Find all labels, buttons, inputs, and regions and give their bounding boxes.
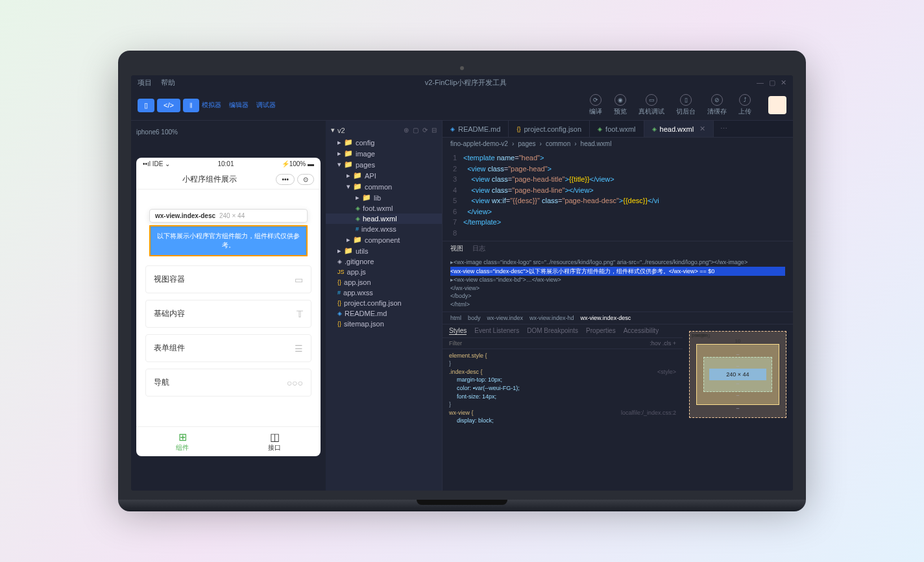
add-rule-icon[interactable]: + (673, 340, 676, 347)
styles-tab[interactable]: DOM Breakpoints (527, 327, 578, 335)
phone-preview: ••ıl IDE ⌄ 10:01 ⚡100% ▬ 小程序组件展示 ••• ⊙ w… (136, 158, 321, 456)
dom-breadcrumb[interactable]: htmlbodywx-view.indexwx-view.index-hdwx-… (443, 312, 793, 324)
tabs-more-icon[interactable]: ⋯ (714, 121, 734, 137)
sim-device-info: iphone6 100% (136, 126, 321, 138)
capsule-close[interactable]: ⊙ (297, 174, 314, 185)
file-item[interactable]: {} sitemap.json (326, 319, 442, 329)
new-folder-icon[interactable]: ▢ (413, 127, 419, 134)
collapse-icon[interactable]: ⊟ (432, 127, 437, 134)
file-item[interactable]: {} project.config.json (326, 298, 442, 308)
breadcrumb-item[interactable]: fino-applet-demo-v2 (450, 140, 508, 147)
mode-label-edit: 编辑器 (229, 101, 249, 110)
folder-item[interactable]: ▸ 📁 lib (326, 192, 442, 203)
file-item[interactable]: JS app.js (326, 267, 442, 277)
compile-button[interactable]: ⟳编译 (589, 94, 602, 116)
tab-components[interactable]: ⊞组件 (136, 427, 228, 456)
status-time: 10:01 (217, 160, 234, 167)
list-item[interactable]: 基础内容𝕋 (145, 300, 311, 328)
breadcrumb-item[interactable]: pages (518, 140, 535, 147)
styles-tab[interactable]: Styles (449, 327, 467, 335)
menubar: 项目 帮助 v2-FinClip小程序开发工具 — ▢ ✕ (131, 75, 793, 90)
tab-api[interactable]: ◫接口 (228, 427, 321, 456)
devtools-tab-elements[interactable]: 视图 (450, 244, 463, 253)
file-item[interactable]: ◈ head.wxml (326, 214, 442, 224)
maximize-icon[interactable]: ▢ (769, 79, 775, 87)
refresh-icon[interactable]: ⟳ (422, 127, 428, 134)
folder-item[interactable]: ▾ 📁 pages (326, 159, 442, 170)
mode-editor-button[interactable]: </> (157, 99, 180, 112)
file-item[interactable]: ◈ .gitignore (326, 256, 442, 267)
file-explorer: ▾ v2 ⊕ ▢ ⟳ ⊟ ▸ 📁 config▸ 📁 image▾ 📁 page… (326, 121, 443, 491)
window-title: v2-FinClip小程序开发工具 (184, 78, 748, 88)
editor-tab[interactable]: ◈head.wxml✕ (644, 121, 714, 137)
folder-item[interactable]: ▾ 📁 common (326, 181, 442, 192)
list-item[interactable]: 视图容器▭ (145, 265, 311, 293)
menu-help[interactable]: 帮助 (161, 78, 175, 88)
folder-item[interactable]: ▸ 📁 component (326, 234, 442, 245)
mode-label-sim: 模拟器 (202, 101, 221, 110)
editor-tab[interactable]: ◈foot.wxml (590, 121, 644, 137)
dom-path-item[interactable]: wx-view.index (487, 315, 524, 321)
switch-bg-button[interactable]: ▯切后台 (676, 94, 696, 116)
styles-filter-input[interactable] (449, 340, 650, 347)
status-carrier: ••ıl IDE ⌄ (143, 160, 170, 167)
inspector-tooltip: wx-view.index-desc240 × 44 (149, 209, 308, 223)
upload-button[interactable]: ⤴上传 (738, 94, 751, 116)
mode-label-debug: 调试器 (256, 101, 276, 110)
devtools-tab-console[interactable]: 日志 (472, 244, 485, 253)
mode-simulator-button[interactable]: ▯ (138, 99, 154, 112)
clear-cache-button[interactable]: ⊘清缓存 (707, 94, 727, 116)
editor-tab[interactable]: {}project.config.json (509, 121, 590, 137)
mode-debugger-button[interactable]: ⫴ (183, 99, 199, 112)
page-title: 小程序组件展示 (143, 174, 276, 185)
new-file-icon[interactable]: ⊕ (404, 127, 409, 134)
dom-tree[interactable]: ▸<wx-image class="index-logo" src="../re… (443, 256, 793, 312)
capsule-menu[interactable]: ••• (276, 174, 295, 185)
css-rules[interactable]: element.style { } .index-desc {<style> m… (443, 349, 683, 428)
preview-button[interactable]: ◉预览 (614, 94, 627, 116)
folder-item[interactable]: ▸ 📁 utils (326, 245, 442, 256)
file-item[interactable]: ◈ README.md (326, 308, 442, 319)
project-root[interactable]: v2 (337, 127, 345, 134)
editor-tabs: ◈README.md{}project.config.json◈foot.wxm… (443, 121, 793, 138)
highlighted-element[interactable]: 以下将展示小程序官方组件能力，组件样式仅供参考。 (149, 225, 308, 256)
file-item[interactable]: # app.wxss (326, 287, 442, 298)
breadcrumb-item[interactable]: head.wxml (581, 140, 612, 147)
file-item[interactable]: ◈ foot.wxml (326, 203, 442, 214)
status-battery: ⚡100% ▬ (282, 160, 314, 167)
breadcrumb: fino-applet-demo-v2›pages›common›head.wx… (443, 138, 793, 150)
box-model: margin 10 border – padding – 240 × 44 – … (683, 324, 793, 491)
list-item[interactable]: 导航○○○ (145, 369, 311, 397)
editor-tab[interactable]: ◈README.md (443, 121, 509, 137)
file-item[interactable]: # index.wxss (326, 224, 442, 234)
dom-path-item[interactable]: wx-view.index-hd (529, 315, 574, 321)
hov-toggle[interactable]: :hov (650, 340, 661, 347)
code-editor[interactable]: 1<template name="head">2 <view class="pa… (443, 150, 793, 241)
dom-path-item[interactable]: wx-view.index-desc (581, 315, 631, 321)
folder-item[interactable]: ▸ 📁 config (326, 137, 442, 148)
menu-project[interactable]: 项目 (138, 78, 152, 88)
dom-path-item[interactable]: html (450, 315, 461, 321)
remote-debug-button[interactable]: ▭真机调试 (638, 94, 664, 116)
camera-dot (460, 66, 464, 70)
folder-item[interactable]: ▸ 📁 image (326, 148, 442, 159)
close-icon[interactable]: ✕ (781, 79, 786, 87)
simulator-panel: iphone6 100% ••ıl IDE ⌄ 10:01 ⚡100% ▬ 小程… (131, 121, 326, 491)
list-item[interactable]: 表单组件☰ (145, 334, 311, 362)
avatar[interactable] (768, 96, 786, 114)
styles-tab[interactable]: Event Listeners (474, 327, 519, 335)
cls-toggle[interactable]: .cls (663, 340, 672, 347)
toolbar: ▯ </> ⫴ 模拟器 编辑器 调试器 ⟳编译 ◉预览 ▭真机调试 ▯切后台 ⊘… (131, 90, 793, 121)
dom-path-item[interactable]: body (468, 315, 481, 321)
chevron-down-icon[interactable]: ▾ (331, 126, 335, 134)
minimize-icon[interactable]: — (757, 79, 764, 87)
styles-tab[interactable]: Accessibility (624, 327, 659, 335)
breadcrumb-item[interactable]: common (546, 140, 570, 147)
folder-item[interactable]: ▸ 📁 API (326, 170, 442, 181)
styles-tab[interactable]: Properties (586, 327, 616, 335)
file-item[interactable]: {} app.json (326, 277, 442, 287)
devtools-panel: 视图 日志 ▸<wx-image class="index-logo" src=… (443, 241, 793, 491)
